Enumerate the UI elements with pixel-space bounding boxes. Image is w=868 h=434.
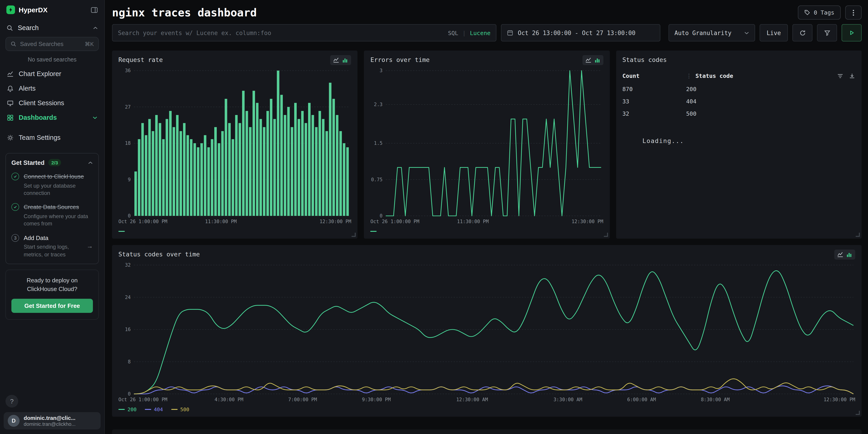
x-axis: Oct 26 1:00:00 PM11:30:00 PM12:30:00 PM [118, 219, 351, 226]
chart-type-toggle[interactable] [582, 55, 603, 65]
table-row[interactable]: 870 200 [622, 83, 855, 95]
step-add-data[interactable]: 3 Add Data Start sending logs, metrics, … [11, 234, 93, 258]
filter-button[interactable] [817, 24, 837, 41]
chevron-up-icon[interactable] [88, 161, 93, 164]
sidebar-item-team-settings[interactable]: Team Settings [0, 130, 104, 145]
legend-dash [370, 231, 377, 232]
x-axis-label: 12:30:00 PM [571, 219, 603, 224]
sidebar-item-search[interactable]: Search [0, 19, 104, 35]
x-axis-label: 4:30:00 PM [215, 397, 243, 402]
language-toggle: SQL | Lucene [448, 29, 491, 36]
monitor-icon [7, 99, 14, 106]
column-header-count[interactable]: Count [622, 72, 686, 79]
sidebar-item-client-sessions[interactable]: Client Sessions [0, 96, 104, 110]
more-options-button[interactable] [845, 5, 862, 20]
sidebar-item-dashboards[interactable]: Dashboards [0, 110, 104, 125]
help-button[interactable]: ? [5, 395, 18, 408]
get-started-header[interactable]: Get Started 2/3 [11, 159, 93, 166]
sidebar-item-alerts[interactable]: Alerts [0, 81, 104, 96]
shortcut-hint: ⌘K [85, 41, 94, 47]
check-circle-icon [11, 173, 19, 180]
sql-toggle[interactable]: SQL [448, 29, 458, 36]
legend-item[interactable]: 404 [145, 406, 163, 412]
chevron-up-icon[interactable] [93, 26, 98, 29]
lucene-toggle[interactable]: Lucene [470, 29, 491, 36]
x-axis-label: 7:00:00 PM [288, 397, 317, 402]
status-over-time-chart[interactable]: 08162432 [118, 261, 855, 396]
download-icon[interactable] [849, 73, 855, 79]
saved-searches-box[interactable]: ⌘K [5, 37, 99, 51]
loading-indicator: Loading... [642, 137, 684, 144]
table-row[interactable]: 32 500 [622, 107, 855, 120]
legend-item[interactable] [370, 231, 377, 232]
sidebar-item-chart-explorer[interactable]: Chart Explorer [0, 66, 104, 81]
chart-type-toggle[interactable] [331, 55, 351, 65]
step-create-data-sources[interactable]: Create Data Sources Configure where your… [11, 203, 93, 228]
step-number-badge: 3 [11, 234, 19, 242]
svg-text:2.3: 2.3 [374, 102, 383, 107]
toggle-divider: | [462, 29, 466, 36]
cell-status: 200 [686, 86, 696, 92]
granularity-select[interactable]: Auto Granularity [669, 24, 755, 41]
saved-searches-input[interactable] [20, 40, 81, 48]
check-circle-icon [11, 203, 19, 211]
svg-text:36: 36 [125, 68, 131, 73]
svg-text:27: 27 [125, 104, 131, 110]
live-button[interactable]: Live [760, 24, 788, 41]
hyperdx-logo-icon [6, 5, 15, 14]
legend-label: 500 [180, 406, 189, 412]
legend-item[interactable] [118, 231, 125, 232]
svg-text:0: 0 [128, 391, 131, 396]
svg-text:32: 32 [125, 262, 131, 268]
legend-item[interactable]: 500 [171, 406, 189, 412]
panel-errors-over-time: Errors over time 00.751.52.33 Oct 26 1:0… [364, 51, 610, 239]
nav-label: Client Sessions [19, 99, 64, 106]
bar-chart-icon [594, 57, 600, 63]
svg-text:0: 0 [128, 213, 131, 218]
search-icon [6, 24, 13, 31]
refresh-button[interactable] [793, 24, 812, 41]
bar-chart-icon [846, 251, 852, 258]
x-axis-label: Oct 26 1:00:00 PM [118, 219, 167, 224]
dashboard-grid: Request rate 09182736 Oct 26 1:00:00 PM1… [112, 51, 862, 434]
tags-label: 0 Tags [814, 9, 834, 16]
event-search-input[interactable] [118, 29, 448, 36]
step-connect-clickhouse[interactable]: Connect to ClickHouse Set up your databa… [11, 172, 93, 197]
status-over-time-svg: 08162432 [118, 261, 855, 396]
column-divider-icon[interactable]: ⋮ [686, 72, 692, 79]
logo-row: HyperDX [0, 0, 104, 19]
event-search-box[interactable]: SQL | Lucene [112, 24, 496, 41]
table-row[interactable]: 33 404 [622, 95, 855, 107]
errors-chart[interactable]: 00.751.52.33 [370, 67, 603, 218]
bell-icon [7, 85, 14, 92]
legend-dash [145, 409, 151, 410]
panel-title: Status codes over time [118, 250, 200, 258]
calendar-icon [507, 30, 513, 36]
sidebar-collapse-icon[interactable] [91, 6, 98, 13]
chart-type-toggle[interactable] [834, 250, 855, 259]
chart-legend [370, 227, 603, 236]
user-menu[interactable]: D dominic.tran@clic... dominic.tran@clic… [4, 412, 101, 429]
line-chart-icon [837, 251, 843, 258]
legend-dash [118, 409, 125, 410]
date-range-picker[interactable]: Oct 26 13:00:00 - Oct 27 13:00:00 [501, 24, 660, 41]
legend-label: 200 [127, 406, 136, 412]
tags-button[interactable]: 0 Tags [798, 5, 841, 20]
cell-count: 33 [622, 98, 686, 105]
filter-lines-icon[interactable] [837, 73, 843, 79]
step-desc: Set up your database connection [24, 182, 93, 197]
request-rate-chart[interactable]: 09182736 [118, 67, 351, 218]
avatar: D [8, 415, 20, 427]
chevron-down-icon[interactable] [92, 116, 97, 119]
user-email: dominic.tran@clickho... [24, 421, 75, 427]
column-header-status[interactable]: Status code [695, 72, 733, 79]
toolbar: SQL | Lucene Oct 26 13:00:00 - Oct 27 13… [112, 24, 862, 41]
get-started-free-button[interactable]: Get Started for Free [11, 299, 93, 313]
run-query-button[interactable] [842, 24, 862, 41]
cell-status: 404 [686, 98, 696, 105]
add-new-tile-button[interactable]: + Add New Tile [112, 429, 862, 434]
chart-legend [118, 227, 351, 236]
nav-label: Alerts [19, 85, 35, 92]
chevron-down-icon [744, 31, 749, 34]
legend-item[interactable]: 200 [118, 406, 136, 412]
